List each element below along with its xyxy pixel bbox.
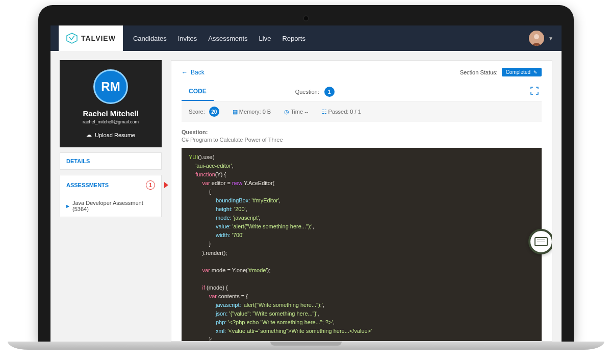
upload-icon: ☁	[86, 132, 92, 138]
assessments-header[interactable]: ASSESSMENTS 1	[60, 175, 161, 195]
nav-assessments[interactable]: Assessments	[208, 35, 247, 42]
section-status-label: Section Status:	[460, 69, 498, 75]
form-icon	[534, 237, 548, 246]
expand-icon[interactable]	[527, 84, 542, 100]
feedback-float-button[interactable]	[528, 229, 552, 254]
user-menu-caret-icon[interactable]: ▼	[548, 36, 553, 41]
assessments-count-badge: 1	[146, 180, 155, 190]
question-label: Question:	[295, 89, 319, 95]
memory-icon: ▦	[233, 109, 238, 115]
assessment-item[interactable]: ▶ Java Developer Assessment (5364)	[60, 195, 161, 217]
candidate-email: rachel_mitchell@gmail.com	[64, 119, 158, 124]
question-text: C# Program to Calculate Power of Three	[182, 137, 542, 143]
candidate-name: Rachel Mitchell	[64, 109, 158, 118]
clock-icon: ◷	[284, 109, 289, 115]
svg-point-2	[534, 34, 539, 39]
question-heading: Question:	[182, 129, 542, 135]
brand-logo[interactable]: TALVIEW	[59, 25, 123, 51]
memory-value: Memory: 0 B	[239, 109, 271, 115]
active-indicator-icon	[164, 182, 168, 188]
back-button[interactable]: ← Back	[182, 69, 205, 76]
top-navbar: TALVIEW Candidates Invites Assessments L…	[50, 25, 562, 51]
code-editor[interactable]: YUI().use( 'aui-ace-editor', function(Y)…	[182, 148, 542, 342]
score-label: Score:	[189, 109, 205, 115]
score-badge: 20	[209, 107, 219, 117]
back-label: Back	[191, 69, 205, 76]
svg-marker-0	[67, 33, 77, 43]
arrow-left-icon: ←	[182, 69, 188, 76]
section-status-chip[interactable]: Completed ✎	[502, 68, 542, 76]
nav-invites[interactable]: Invites	[178, 35, 197, 42]
candidate-avatar: RM	[93, 69, 128, 104]
nav-live[interactable]: Live	[259, 35, 271, 42]
details-header[interactable]: DETAILS	[60, 153, 161, 169]
assessment-item-label: Java Developer Assessment (5364)	[72, 200, 155, 212]
upload-label: Upload Resume	[95, 132, 135, 138]
stats-bar: Score: 20 ▦ Memory: 0 B ◷ Time -- ☷ Pass…	[182, 101, 542, 122]
brand-name: TALVIEW	[81, 34, 116, 42]
assessments-label: ASSESSMENTS	[66, 182, 109, 188]
camera-dot	[304, 16, 308, 20]
tab-code[interactable]: CODE	[182, 83, 214, 101]
time-value: Time --	[291, 109, 308, 115]
edit-icon: ✎	[533, 70, 538, 75]
user-avatar[interactable]	[529, 31, 544, 46]
caret-right-icon: ▶	[66, 204, 69, 209]
nav-candidates[interactable]: Candidates	[133, 35, 167, 42]
details-label: DETAILS	[66, 158, 90, 164]
question-number-badge[interactable]: 1	[324, 87, 335, 97]
passed-icon: ☷	[322, 109, 327, 115]
passed-value: Passed: 0 / 1	[328, 109, 361, 115]
status-value: Completed	[506, 69, 530, 75]
nav-reports[interactable]: Reports	[282, 35, 305, 42]
main-panel: ← Back Section Status: Completed ✎ C	[171, 60, 552, 342]
candidate-initials: RM	[101, 80, 120, 94]
upload-resume-button[interactable]: ☁ Upload Resume	[64, 132, 158, 138]
logo-icon	[66, 32, 78, 44]
candidate-card: RM Rachel Mitchell rachel_mitchell@gmail…	[60, 60, 162, 147]
